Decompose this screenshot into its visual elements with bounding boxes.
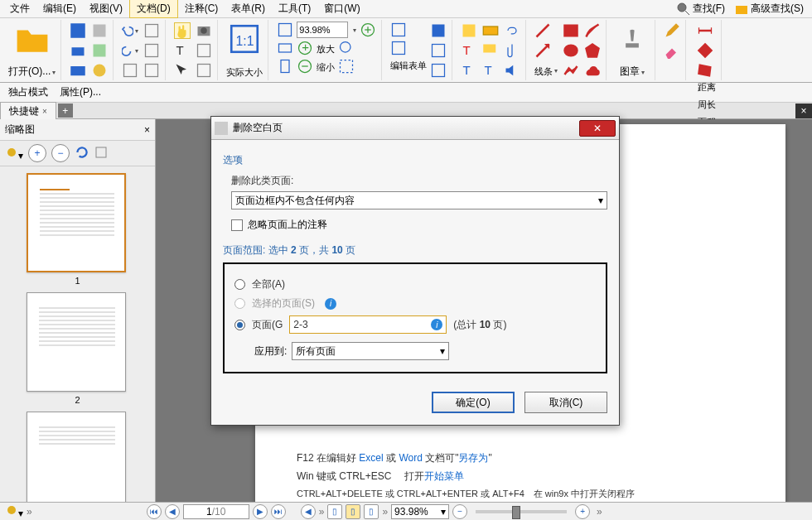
dialog-close-button[interactable]: ✕	[579, 120, 616, 137]
scan-icon[interactable]	[91, 22, 108, 39]
hand-icon[interactable]	[174, 22, 191, 39]
callout-icon[interactable]	[482, 42, 499, 59]
sound-icon[interactable]	[504, 62, 520, 79]
menu-edit[interactable]: 编辑(E)	[36, 0, 83, 17]
form-b-icon[interactable]	[390, 40, 407, 56]
radio-all[interactable]: 全部(A)	[234, 277, 596, 291]
delete-type-select[interactable]: 页面边框内不包含任何内容▾	[231, 191, 607, 209]
properties-btn[interactable]: 属性(P)...	[56, 85, 101, 99]
tb-icon[interactable]	[196, 42, 212, 59]
ignore-annots-check[interactable]: 忽略页面上的注释	[231, 218, 607, 232]
zoom-input[interactable]	[297, 22, 348, 38]
menu-advfind[interactable]: 高级查找(S)	[730, 0, 809, 17]
cancel-button[interactable]: 取消(C)	[524, 392, 607, 413]
sb-gear-icon[interactable]: ▾	[5, 503, 23, 519]
sb-zoom-input[interactable]: 93.98%▾	[391, 504, 449, 519]
sidebar-gear-icon[interactable]: ▾	[5, 146, 23, 161]
settings-icon[interactable]	[91, 62, 108, 79]
cloud-icon[interactable]	[584, 62, 601, 79]
form-d-icon[interactable]	[430, 42, 447, 59]
form-e-icon[interactable]	[430, 62, 447, 79]
undo-icon[interactable]: ▾	[122, 22, 138, 39]
last-page-icon[interactable]: ⏭	[271, 504, 286, 519]
ok-button[interactable]: 确定(O)	[432, 392, 515, 413]
print-icon[interactable]	[70, 42, 86, 59]
tool-c-icon[interactable]	[143, 42, 160, 59]
strike-icon[interactable]: T	[461, 42, 477, 59]
polygon-icon[interactable]	[584, 42, 601, 59]
layout-single-icon[interactable]: ▯	[327, 504, 342, 519]
sidebar-more-icon[interactable]	[94, 146, 108, 161]
thumbnail-2[interactable]: 2	[27, 292, 129, 405]
link-icon[interactable]	[504, 22, 520, 39]
zoom-plus-icon[interactable]	[360, 22, 376, 38]
arrow-icon[interactable]	[534, 42, 551, 59]
zoom-minus-icon[interactable]	[297, 58, 313, 75]
page-number[interactable]: 1 /10	[183, 504, 249, 519]
save-icon[interactable]	[70, 22, 86, 39]
first-page-icon[interactable]: ⏮	[147, 504, 162, 519]
fit-height-icon[interactable]	[277, 58, 293, 75]
highlight-icon[interactable]	[461, 22, 477, 39]
zoom-slider[interactable]	[476, 510, 567, 513]
oval-icon[interactable]	[563, 42, 579, 59]
distance-icon[interactable]	[697, 22, 713, 39]
pages-input[interactable]: 2-3i	[289, 315, 447, 334]
line-icon[interactable]	[534, 22, 551, 39]
tool-d-icon[interactable]	[143, 62, 160, 79]
select-icon[interactable]	[174, 62, 191, 79]
rect-icon[interactable]	[563, 22, 579, 39]
sidebar-rotate-icon[interactable]	[75, 145, 89, 162]
dialog-titlebar[interactable]: 删除空白页 ✕	[211, 117, 619, 140]
realsize-icon[interactable]: 1:1	[227, 22, 262, 56]
menu-document[interactable]: 文档(D)	[129, 0, 178, 18]
menu-view[interactable]: 视图(V)	[83, 0, 129, 17]
tab-add[interactable]: +	[58, 104, 73, 118]
typewriter-icon[interactable]: T	[482, 62, 499, 79]
tabs-close-all[interactable]: ×	[795, 104, 812, 118]
menu-file[interactable]: 文件	[3, 0, 36, 17]
tool-a-icon[interactable]	[122, 62, 138, 79]
menu-window[interactable]: 窗口(W)	[317, 0, 366, 17]
edit-text-icon[interactable]	[664, 22, 680, 39]
menu-tool[interactable]: 工具(T)	[272, 0, 317, 17]
pencil-icon[interactable]	[584, 22, 601, 39]
stamp-icon[interactable]	[615, 22, 650, 56]
exclusive-mode[interactable]: 独占模式	[5, 85, 48, 99]
info-icon[interactable]: i	[431, 319, 442, 330]
area-icon[interactable]	[697, 62, 713, 79]
menu-find[interactable]: 查找(F)	[672, 0, 730, 17]
sidebar-zoomout[interactable]: −	[51, 144, 70, 162]
tool-b-icon[interactable]	[143, 22, 160, 39]
thumbnail-1[interactable]: 1	[27, 173, 129, 286]
fit-width-icon[interactable]	[277, 40, 293, 56]
form-a-icon[interactable]	[390, 22, 407, 38]
menu-form[interactable]: 表单(R)	[225, 0, 272, 17]
tc-icon[interactable]	[196, 62, 212, 79]
snapshot-icon[interactable]	[196, 22, 212, 39]
zoom-tool-icon[interactable]	[338, 40, 355, 56]
fit-page-icon[interactable]	[277, 22, 293, 38]
nav-back-icon[interactable]: ◀	[301, 504, 316, 519]
zoom-marquee-icon[interactable]	[338, 58, 355, 75]
perimeter-icon[interactable]	[697, 42, 713, 59]
under-icon[interactable]: T	[461, 62, 477, 79]
tab-shortcut[interactable]: 快捷键×	[0, 102, 56, 120]
layout-cont-icon[interactable]: ▯	[346, 504, 360, 519]
zoom-inplus-icon[interactable]: +	[297, 40, 313, 56]
sb-zoomin[interactable]: +	[575, 504, 590, 519]
layout-facing-icon[interactable]: ▯	[364, 504, 379, 519]
sidebar-close-icon[interactable]: ×	[144, 124, 150, 136]
attach-icon[interactable]	[504, 42, 520, 59]
prev-page-icon[interactable]: ◀	[165, 504, 180, 519]
export-icon[interactable]	[91, 42, 108, 59]
form-c-icon[interactable]	[430, 22, 447, 39]
redo-icon[interactable]: ▾	[122, 42, 138, 59]
next-page-icon[interactable]: ▶	[253, 504, 268, 519]
open-icon[interactable]	[15, 22, 50, 56]
select-text-icon[interactable]: T	[174, 42, 191, 59]
tab-close-icon[interactable]: ×	[42, 107, 47, 116]
eraser-icon[interactable]	[664, 42, 680, 59]
mail-icon[interactable]	[70, 62, 86, 79]
sidebar-zoomin[interactable]: +	[28, 144, 46, 162]
